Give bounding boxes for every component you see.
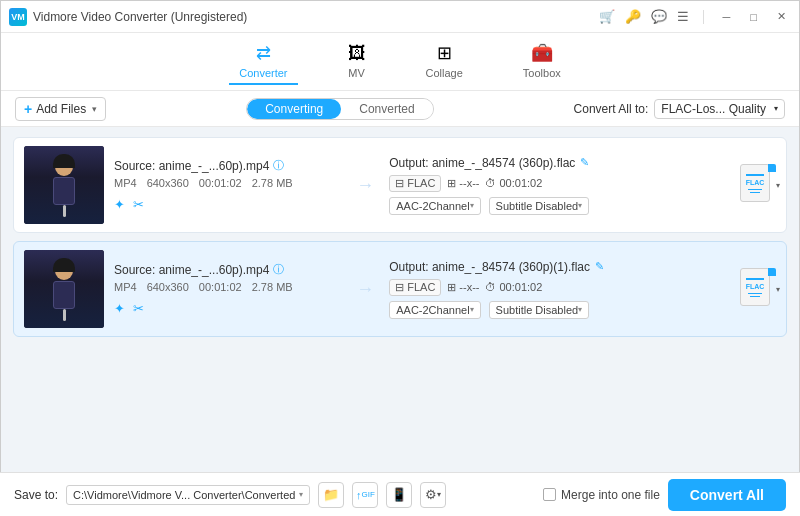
output-settings-0: ⊟ FLAC ⊞ --x-- ⏱ 00:01:02: [389, 175, 730, 192]
save-path-select[interactable]: C:\Vidmore\Vidmore V... Converter\Conver…: [66, 485, 310, 505]
output-format-label-1: FLAC: [407, 281, 435, 293]
info-icon-1[interactable]: ⓘ: [273, 262, 284, 277]
merge-checkbox[interactable]: [543, 488, 556, 501]
output-section-1: Output: anime_-_84574 (360p)(1).flac ✎ ⊟…: [389, 260, 730, 319]
tab-collage[interactable]: ⊞ Collage: [416, 38, 473, 85]
mv-tab-label: MV: [348, 67, 365, 79]
flac-icon-1[interactable]: FLAC ▾: [740, 268, 776, 310]
thumbnail-1: [24, 250, 104, 328]
toolbox-tab-label: Toolbox: [523, 67, 561, 79]
size-0: 2.78 MB: [252, 177, 293, 189]
channels-value-1: --x--: [459, 281, 479, 293]
channels-value-0: --x--: [459, 177, 479, 189]
format-quality-select[interactable]: FLAC-Los... Quality ▾: [654, 99, 785, 119]
output-format-icon-1: ⊟: [395, 281, 404, 294]
titlebar-left: VM Vidmore Video Converter (Unregistered…: [9, 8, 247, 26]
output-settings-1: ⊟ FLAC ⊞ --x-- ⏱ 00:01:02: [389, 279, 730, 296]
collage-tab-label: Collage: [426, 67, 463, 79]
file-info-1: Source: anime_-_...60p).mp4 ⓘ MP4 640x36…: [114, 262, 341, 316]
resolution-1: 640x360: [147, 281, 189, 293]
convert-all-button[interactable]: Convert All: [668, 479, 786, 511]
output-selects-1: AAC-2Channel ▾ Subtitle Disabled ▾: [389, 301, 730, 319]
menu-icon[interactable]: ☰: [677, 9, 689, 24]
converter-tab-label: Converter: [239, 67, 287, 79]
file-actions-1: ✦ ✂: [114, 301, 341, 316]
convert-all-to: Convert All to: FLAC-Los... Quality ▾: [574, 99, 785, 119]
audio-channel-select-1[interactable]: AAC-2Channel ▾: [389, 301, 480, 319]
add-files-button[interactable]: + Add Files ▾: [15, 97, 106, 121]
output-format-badge-1: ⊟ FLAC: [389, 279, 441, 296]
file-source-1: Source: anime_-_...60p).mp4 ⓘ: [114, 262, 341, 277]
save-to-label: Save to:: [14, 488, 58, 502]
flac-dropdown-0[interactable]: ▾: [776, 181, 780, 190]
effects-btn-1[interactable]: ✦: [114, 301, 125, 316]
file-info-0: Source: anime_-_...60p).mp4 ⓘ MP4 640x36…: [114, 158, 341, 212]
clock-icon-1: ⏱: [485, 281, 496, 293]
flac-icon-0[interactable]: FLAC ▾: [740, 164, 776, 206]
converted-tab[interactable]: Converted: [341, 99, 432, 119]
merge-option: Merge into one file: [543, 488, 660, 502]
settings-icon-btn[interactable]: ⚙▾: [420, 482, 446, 508]
app-icon: VM: [9, 8, 27, 26]
time-setting-1: ⏱ 00:01:02: [485, 281, 542, 293]
edit-icon-1[interactable]: ✎: [595, 260, 604, 273]
converting-tab[interactable]: Converting: [247, 99, 341, 119]
audio-channel-value-1: AAC-2Channel: [396, 304, 469, 316]
cut-btn-0[interactable]: ✂: [133, 197, 144, 212]
output-section-0: Output: anime_-_84574 (360p).flac ✎ ⊟ FL…: [389, 156, 730, 215]
format-1: MP4: [114, 281, 137, 293]
tab-toolbox[interactable]: 🧰 Toolbox: [513, 38, 571, 85]
output-label-1: Output: anime_-_84574 (360p)(1).flac: [389, 260, 590, 274]
arrow-right-0: →: [356, 175, 374, 196]
nav-tabs: ⇄ Converter 🖼 MV ⊞ Collage 🧰 Toolbox: [1, 33, 799, 91]
tab-mv[interactable]: 🖼 MV: [338, 39, 376, 85]
file-source-0: Source: anime_-_...60p).mp4 ⓘ: [114, 158, 341, 173]
save-path-value: C:\Vidmore\Vidmore V... Converter\Conver…: [73, 489, 295, 501]
duration-0: 00:01:02: [199, 177, 242, 189]
arrow-right-1: →: [356, 279, 374, 300]
maximize-button[interactable]: □: [745, 9, 762, 25]
cut-btn-1[interactable]: ✂: [133, 301, 144, 316]
add-files-arrow: ▾: [92, 104, 97, 114]
output-format-label-0: FLAC: [407, 177, 435, 189]
source-label-1: Source: anime_-_...60p).mp4: [114, 263, 269, 277]
effects-btn-0[interactable]: ✦: [114, 197, 125, 212]
subtitle-select-arrow-1: ▾: [578, 305, 582, 314]
toolbar: + Add Files ▾ Converting Converted Conve…: [1, 91, 799, 127]
content-area: Source: anime_-_...60p).mp4 ⓘ MP4 640x36…: [1, 127, 799, 473]
close-button[interactable]: ✕: [772, 8, 791, 25]
time-setting-0: ⏱ 00:01:02: [485, 177, 542, 189]
add-files-label: Add Files: [36, 102, 86, 116]
file-card-0: Source: anime_-_...60p).mp4 ⓘ MP4 640x36…: [13, 137, 787, 233]
edit-icon-0[interactable]: ✎: [580, 156, 589, 169]
bottom-bar: Save to: C:\Vidmore\Vidmore V... Convert…: [0, 472, 800, 516]
subtitle-select-1[interactable]: Subtitle Disabled ▾: [489, 301, 590, 319]
chat-icon[interactable]: 💬: [651, 9, 667, 24]
channels-icon-0: ⊞: [447, 177, 456, 190]
audio-channel-select-0[interactable]: AAC-2Channel ▾: [389, 197, 480, 215]
format-quality-value: FLAC-Los... Quality: [661, 102, 766, 116]
output-source-1: Output: anime_-_84574 (360p)(1).flac ✎: [389, 260, 730, 274]
clock-icon-0: ⏱: [485, 177, 496, 189]
folder-icon-btn[interactable]: 📁: [318, 482, 344, 508]
plus-icon: +: [24, 101, 32, 117]
resolution-0: 640x360: [147, 177, 189, 189]
tab-converter[interactable]: ⇄ Converter: [229, 38, 297, 85]
phone-icon-btn[interactable]: 📱: [386, 482, 412, 508]
file-card-1: Source: anime_-_...60p).mp4 ⓘ MP4 640x36…: [13, 241, 787, 337]
cart-icon[interactable]: 🛒: [599, 9, 615, 24]
duration-1: 00:01:02: [199, 281, 242, 293]
titlebar: VM Vidmore Video Converter (Unregistered…: [1, 1, 799, 33]
share-icon-btn[interactable]: ↑GIF: [352, 482, 378, 508]
collage-icon: ⊞: [437, 42, 452, 64]
subtitle-select-0[interactable]: Subtitle Disabled ▾: [489, 197, 590, 215]
titlebar-controls: 🛒 🔑 💬 ☰ ─ □ ✕: [599, 8, 791, 25]
converting-switch: Converting Converted: [246, 98, 433, 120]
channels-setting-1: ⊞ --x--: [447, 281, 479, 294]
key-icon[interactable]: 🔑: [625, 9, 641, 24]
info-icon-0[interactable]: ⓘ: [273, 158, 284, 173]
flac-dropdown-1[interactable]: ▾: [776, 285, 780, 294]
minimize-button[interactable]: ─: [718, 9, 736, 25]
output-format-badge-0: ⊟ FLAC: [389, 175, 441, 192]
thumbnail-0: [24, 146, 104, 224]
